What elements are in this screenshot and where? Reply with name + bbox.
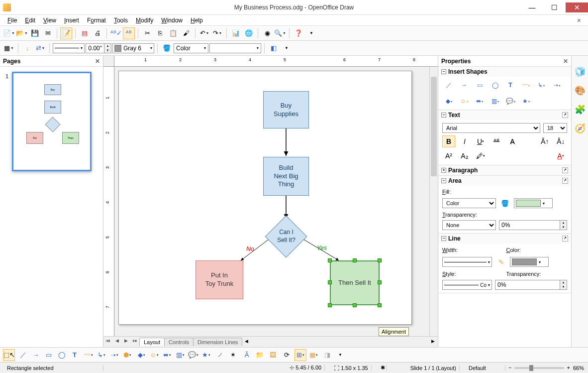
fontwork-tool[interactable]: Ā — [241, 349, 253, 361]
shape-arrow[interactable]: → — [458, 80, 471, 91]
text-more[interactable]: ↗ — [562, 112, 568, 118]
subscript-button[interactable]: A₂ — [458, 150, 471, 162]
pdf-button[interactable]: ▤ — [79, 27, 91, 39]
blockarrows-tool[interactable]: ⬌▾ — [161, 349, 173, 361]
transparency-value-spinner[interactable]: 0%▲▼ — [499, 220, 567, 230]
shape-lines-arrows[interactable]: ➝▾ — [550, 80, 563, 91]
horizontal-ruler[interactable]: 12345678 — [114, 56, 438, 67]
open-button[interactable]: 📂▼ — [16, 27, 28, 39]
toolbar-options[interactable]: ▼ — [305, 27, 317, 39]
decrease-font-button[interactable]: Ȃ↓ — [554, 135, 567, 147]
tab-controls[interactable]: Controls — [164, 338, 194, 346]
rotate-tool[interactable]: ⟳ — [281, 349, 293, 361]
fill-bucket-button[interactable]: 🪣 — [499, 197, 511, 209]
shape-text[interactable]: T — [504, 80, 517, 91]
area-more[interactable]: ↗ — [562, 178, 568, 184]
menu-file[interactable]: File — [4, 16, 20, 25]
shape-curve[interactable]: 〰▾ — [519, 80, 532, 91]
format-paintbrush-button[interactable]: 🖌 — [180, 27, 192, 39]
arrow-style-button[interactable]: ⇄▼ — [34, 42, 46, 54]
toolbar2-options[interactable]: ▼ — [281, 42, 293, 54]
highlighting-button[interactable]: 🖉▾ — [474, 150, 487, 162]
properties-panel-close[interactable]: ✕ — [563, 58, 568, 65]
alignment-tool[interactable]: ⊞▾ — [294, 349, 306, 361]
menu-view[interactable]: View — [40, 16, 60, 25]
paste-button[interactable]: 📋 — [167, 27, 179, 39]
zoom-value[interactable]: 66% — [573, 365, 584, 371]
shape-callout[interactable]: 💬▾ — [504, 96, 517, 107]
undo-button[interactable]: ↶▼ — [198, 27, 210, 39]
line-width-spinner[interactable]: 0.00" ▲▼ — [86, 43, 111, 53]
section-toggle-line[interactable]: − — [441, 236, 446, 241]
paragraph-more[interactable]: ↗ — [562, 167, 568, 173]
shape-flowchart[interactable]: ▥▾ — [489, 96, 501, 107]
shape-build-next-big-thing[interactable]: Build Next Big Thing — [263, 157, 309, 196]
vertical-scrollbar[interactable] — [429, 67, 438, 336]
copy-button[interactable]: ⎘ — [154, 27, 166, 39]
basicshapes-tool[interactable]: ◆▾ — [135, 349, 147, 361]
underline-button[interactable]: U▾ — [474, 135, 487, 147]
arrange-button[interactable]: ▦▼ — [3, 42, 15, 54]
shadow-text-button[interactable]: A — [506, 135, 519, 147]
minimize-button[interactable]: — — [521, 2, 543, 12]
menu-insert[interactable]: Insert — [61, 16, 83, 25]
menu-help[interactable]: Help — [187, 16, 206, 25]
tab-prev[interactable]: ◀ — [113, 338, 121, 346]
menu-edit[interactable]: Edit — [21, 16, 39, 25]
section-toggle-shapes[interactable]: − — [441, 69, 446, 74]
email-button[interactable]: ✉ — [42, 27, 54, 39]
drawing-page[interactable]: Buy Supplies Build Next Big Thing Can I … — [118, 71, 412, 325]
line-color-select-2[interactable]: ▾ — [510, 257, 549, 267]
rect-tool[interactable]: ▭ — [43, 349, 55, 361]
select-tool[interactable]: ⬚↖ — [3, 349, 15, 361]
shape-connector[interactable]: ↳▾ — [535, 80, 548, 91]
strikethrough-button[interactable]: ᴬᴮ — [490, 135, 503, 147]
shape-put-in-toy-trunk[interactable]: Put In Toy Trunk — [196, 260, 243, 299]
document-close-button[interactable]: × — [574, 16, 584, 24]
section-toggle-paragraph[interactable]: + — [441, 168, 446, 173]
shape-symbol[interactable]: ☺▾ — [458, 96, 471, 107]
styles-icon[interactable]: 🧩 — [574, 104, 586, 116]
area-fill-select[interactable]: ▾ — [209, 43, 261, 53]
area-button[interactable]: 🪣 — [161, 42, 173, 54]
from-file-tool[interactable]: 📁 — [254, 349, 266, 361]
extrusion-tool[interactable]: ◨ — [321, 349, 333, 361]
symbolshapes-tool[interactable]: ☺▾ — [148, 349, 160, 361]
increase-font-button[interactable]: Ȃ↑ — [538, 135, 551, 147]
page-thumbnail-1[interactable]: 1 Buy Build Put Then — [12, 72, 92, 171]
close-button[interactable]: ✕ — [566, 2, 588, 12]
horizontal-scrollbar[interactable]: ◀ ▶ — [245, 339, 435, 346]
new-button[interactable]: 📄▼ — [3, 27, 15, 39]
menu-tools[interactable]: Tools — [110, 16, 131, 25]
curve-tool[interactable]: 〰▾ — [83, 349, 95, 361]
arrange-tool-2[interactable]: ▦▾ — [307, 349, 319, 361]
gallery-icon[interactable]: 🎨 — [574, 85, 586, 97]
line-transparency-spinner[interactable]: 0%▲▼ — [495, 280, 567, 290]
shape-can-i-sell-it[interactable]: Can I Sell It? — [265, 216, 307, 258]
autospell-button[interactable]: ᴬᴮ — [123, 27, 135, 39]
menu-modify[interactable]: Modify — [132, 16, 157, 25]
pages-panel-close[interactable]: ✕ — [95, 58, 100, 65]
maximize-button[interactable]: ☐ — [543, 2, 566, 12]
ellipse-tool[interactable]: ◯ — [56, 349, 68, 361]
save-button[interactable]: 💾 — [29, 27, 41, 39]
font-color-button[interactable]: A▾ — [554, 150, 567, 162]
fill-type-select[interactable]: Color — [442, 198, 496, 208]
shape-then-sell-it[interactable]: Then Sell It — [330, 260, 380, 305]
hyperlink-button[interactable]: 🌐 — [243, 27, 255, 39]
vertical-ruler[interactable]: 1234567 — [103, 67, 114, 336]
tab-first[interactable]: ⏮ — [104, 338, 112, 346]
line-tool[interactable]: ／ — [17, 349, 29, 361]
points-tool[interactable]: ⟋ — [214, 349, 226, 361]
arrows-tool[interactable]: ➝▾ — [108, 349, 120, 361]
shape-rect[interactable]: ▭ — [473, 80, 486, 91]
tab-layout[interactable]: Layout — [139, 338, 165, 346]
font-size-select[interactable]: 18 — [543, 123, 567, 133]
line-color-select[interactable]: Gray 6 ▾ — [112, 43, 154, 53]
navigator-icon[interactable]: 🧭 — [574, 123, 586, 134]
area-style-select[interactable]: Color▾ — [174, 43, 208, 53]
redo-button[interactable]: ↷▼ — [211, 27, 223, 39]
print-button[interactable]: 🖨 — [92, 27, 103, 39]
line-width-select[interactable]: ▾ — [442, 257, 492, 267]
text-tool[interactable]: T — [69, 349, 81, 361]
